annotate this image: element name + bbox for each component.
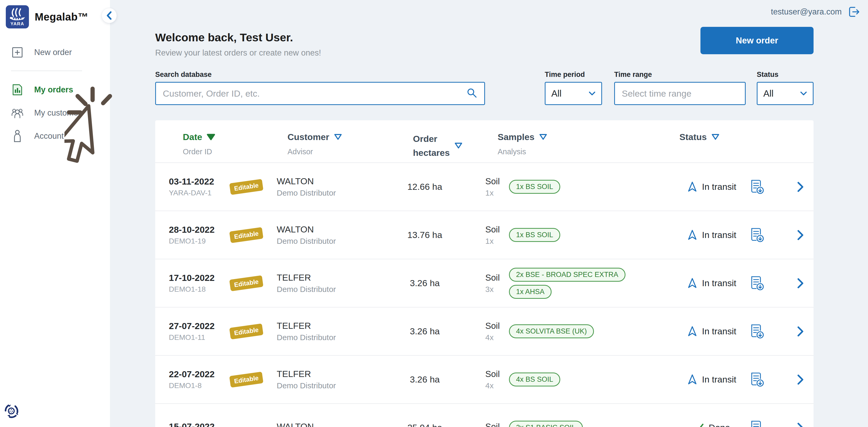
customer-name: WALTON bbox=[277, 224, 392, 234]
cookie-settings-icon[interactable] bbox=[4, 403, 19, 419]
sidebar-item-label: My orders bbox=[34, 85, 73, 94]
download-report-icon[interactable] bbox=[750, 372, 764, 387]
app-title: Megalab™ bbox=[35, 11, 88, 23]
order-hectares: 25.94 ha bbox=[392, 423, 458, 427]
brand: YARA Megalab™ bbox=[0, 0, 110, 28]
sidebar-item-label: Account bbox=[34, 131, 64, 141]
status-value: All bbox=[763, 88, 774, 99]
sample-type: Soil bbox=[485, 321, 509, 331]
sample-type: Soil bbox=[485, 225, 509, 234]
sample-count: 4x bbox=[485, 333, 509, 342]
analysis-chips: 1x BS SOIL bbox=[509, 228, 673, 242]
search-icon[interactable] bbox=[466, 87, 478, 99]
column-header-hectares[interactable]: Orderhectares bbox=[413, 132, 485, 160]
chevron-right-icon[interactable] bbox=[797, 326, 804, 337]
time-period-filter: Time period All bbox=[545, 70, 602, 105]
account-icon bbox=[11, 130, 24, 143]
time-period-label: Time period bbox=[545, 70, 602, 79]
download-report-icon[interactable] bbox=[750, 420, 764, 427]
time-range-input[interactable] bbox=[614, 82, 746, 105]
filter-icon[interactable] bbox=[711, 134, 720, 141]
in-transit-icon bbox=[687, 278, 698, 289]
customer-name: WALTON bbox=[277, 422, 392, 427]
analysis-chips: 2x BSE - BROAD SPEC EXTRA1x AHSA bbox=[509, 268, 673, 299]
order-row[interactable]: 15-07-2022 WALTON 25.94 ha Soil 3x S1 BA… bbox=[155, 404, 813, 427]
filter-icon[interactable] bbox=[454, 142, 463, 149]
status-label: In transit bbox=[702, 278, 736, 288]
order-hectares: 3.26 ha bbox=[392, 326, 458, 337]
status-label: Done bbox=[709, 423, 730, 427]
order-hectares: 3.26 ha bbox=[392, 374, 458, 385]
order-row[interactable]: 22-07-2022 DEMO1-8 Editable TELFER Demo … bbox=[155, 355, 813, 404]
analysis-chips: 3x S1 BASIC SOIL bbox=[509, 421, 673, 427]
sample-count: 1x bbox=[485, 237, 509, 246]
advisor-name: Demo Distributor bbox=[277, 381, 392, 390]
sidebar: YARA Megalab™ New order bbox=[0, 0, 110, 427]
download-report-icon[interactable] bbox=[750, 179, 764, 195]
new-order-icon bbox=[11, 46, 24, 58]
sidebar-item-my-customers[interactable]: My customers bbox=[0, 102, 110, 124]
sort-filter-icon-active[interactable] bbox=[207, 134, 215, 141]
filter-icon[interactable] bbox=[539, 134, 548, 141]
chevron-right-icon[interactable] bbox=[797, 278, 804, 289]
order-row[interactable]: 03-11-2022 YARA-DAV-1 Editable WALTON De… bbox=[155, 163, 813, 211]
orders-report-icon bbox=[11, 83, 24, 96]
analysis-chip: 3x S1 BASIC SOIL bbox=[509, 421, 583, 427]
in-transit-icon bbox=[687, 326, 698, 337]
sidebar-collapse-button[interactable] bbox=[101, 8, 117, 23]
logout-icon[interactable] bbox=[847, 6, 860, 18]
column-subheader-advisor: Advisor bbox=[287, 147, 392, 156]
sidebar-item-label: New order bbox=[34, 48, 72, 57]
download-report-icon[interactable] bbox=[750, 227, 764, 243]
sample-type: Soil bbox=[485, 273, 509, 283]
search-field: Search database bbox=[155, 70, 485, 105]
chevron-down-icon bbox=[589, 91, 595, 95]
column-header-status[interactable]: Status bbox=[679, 132, 750, 142]
order-row[interactable]: 27-07-2022 DEMO1-11 Editable TELFER Demo… bbox=[155, 308, 813, 355]
orders-table-header: Date Order ID Customer Advisor bbox=[155, 120, 813, 163]
status-label: In transit bbox=[702, 374, 736, 385]
download-report-icon[interactable] bbox=[750, 276, 764, 291]
column-header-samples[interactable]: Samples bbox=[498, 132, 673, 142]
sidebar-nav: New order My orders bbox=[0, 41, 110, 148]
chevron-right-icon[interactable] bbox=[797, 230, 804, 240]
customers-icon bbox=[11, 107, 24, 119]
chevron-down-icon bbox=[800, 91, 807, 95]
order-id: DEMO1-8 bbox=[169, 381, 230, 390]
done-check-icon bbox=[693, 423, 704, 427]
status-label: Status bbox=[757, 70, 813, 79]
advisor-name: Demo Distributor bbox=[277, 189, 392, 197]
download-report-icon[interactable] bbox=[750, 324, 764, 339]
sidebar-item-account[interactable]: Account bbox=[0, 124, 110, 148]
editable-badge: Editable bbox=[229, 179, 264, 195]
order-id: YARA-DAV-1 bbox=[169, 189, 230, 197]
chevron-right-icon[interactable] bbox=[797, 374, 804, 385]
filter-icon[interactable] bbox=[334, 134, 342, 141]
time-period-select[interactable]: All bbox=[545, 82, 602, 105]
sample-type: Soil bbox=[485, 369, 509, 379]
chevron-right-icon[interactable] bbox=[797, 422, 804, 427]
search-label: Search database bbox=[155, 70, 485, 79]
order-id: DEMO1-19 bbox=[169, 237, 230, 245]
chevron-right-icon[interactable] bbox=[797, 181, 804, 193]
welcome-block: Welcome back, Test User. Review your lat… bbox=[155, 31, 321, 58]
column-header-date[interactable]: Date bbox=[183, 132, 277, 142]
search-input[interactable] bbox=[155, 82, 485, 105]
order-id: DEMO1-11 bbox=[169, 333, 230, 342]
order-row[interactable]: 17-10-2022 DEMO1-18 Editable TELFER Demo… bbox=[155, 259, 813, 308]
sidebar-item-my-orders[interactable]: My orders bbox=[0, 78, 110, 102]
analysis-chips: 4x BS SOIL bbox=[509, 372, 673, 387]
customer-name: TELFER bbox=[277, 321, 392, 331]
column-header-customer[interactable]: Customer bbox=[287, 132, 392, 142]
order-row[interactable]: 28-10-2022 DEMO1-19 Editable WALTON Demo… bbox=[155, 211, 813, 259]
sample-count: 1x bbox=[485, 189, 509, 197]
order-id: DEMO1-18 bbox=[169, 285, 230, 293]
new-order-button[interactable]: New order bbox=[701, 27, 813, 54]
page-subtitle: Review your latest orders or create new … bbox=[155, 48, 321, 58]
order-date: 17-10-2022 bbox=[169, 273, 230, 283]
status-select[interactable]: All bbox=[757, 82, 813, 105]
analysis-chips: 4x SOLVITA BSE (UK) bbox=[509, 324, 673, 338]
time-range-filter: Time range bbox=[614, 70, 746, 105]
advisor-name: Demo Distributor bbox=[277, 237, 392, 246]
sidebar-item-new-order[interactable]: New order bbox=[0, 41, 110, 64]
